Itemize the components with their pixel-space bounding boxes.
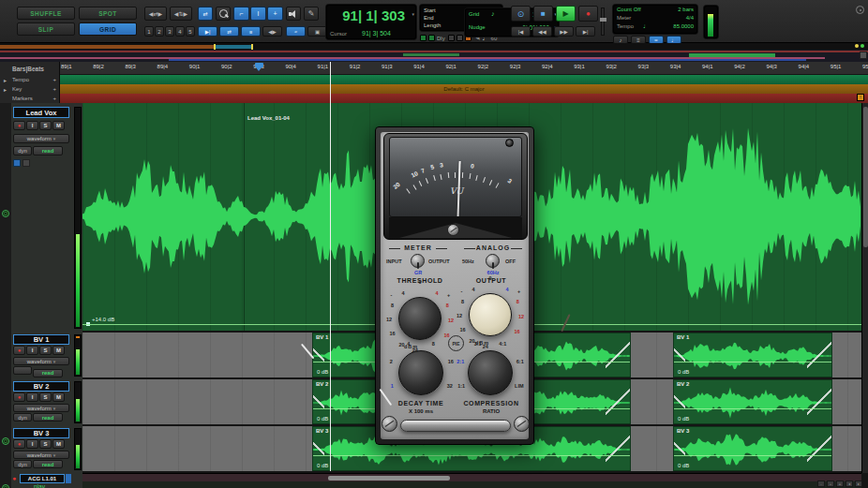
stop-button[interactable]: ■ — [533, 6, 553, 22]
mode-grid-button[interactable]: GRID — [79, 22, 137, 36]
zoom-in-button[interactable]: + — [827, 481, 834, 487]
track-name-lead-vox[interactable]: Lead Vox — [13, 107, 69, 118]
link-timeline-selection-button[interactable]: ⇄ — [219, 26, 239, 37]
fade-out[interactable] — [606, 427, 630, 470]
track-compensation-icon[interactable] — [428, 35, 435, 41]
tempo-ruler-label[interactable]: ▸Tempo+ — [0, 75, 60, 84]
horizontal-scrollbar[interactable] — [82, 473, 861, 481]
input-monitor-button[interactable]: I — [26, 439, 38, 449]
rack-handle[interactable] — [400, 420, 511, 432]
universe-scroll-box[interactable] — [860, 52, 867, 59]
play-button[interactable]: ▶ — [556, 6, 576, 22]
link-track-selection-button[interactable]: ≡ — [241, 26, 261, 37]
key-ruler[interactable]: Default: C major — [60, 84, 868, 94]
main-counter[interactable]: 91| 1| 303 ▾ Cursor 91| 3| 504 — [326, 5, 416, 39]
solo-button[interactable]: S — [39, 392, 52, 402]
clip-effects-icon[interactable] — [456, 35, 463, 41]
zoom-preset-4[interactable]: 4 — [175, 26, 185, 37]
zoomer-tool-button[interactable] — [216, 7, 231, 21]
zoom-sel-button[interactable]: ◂ — [846, 481, 853, 487]
analog-switch[interactable] — [486, 254, 500, 268]
record-enable-button[interactable]: ● — [13, 121, 25, 130]
mode-shuffle-button[interactable]: SHUFFLE — [17, 7, 75, 20]
user-icon[interactable] — [22, 159, 30, 167]
key-ruler-label[interactable]: ▸Key+ — [0, 84, 60, 94]
toolbar-expand-icon[interactable] — [856, 6, 864, 14]
bars-beats-ruler-label[interactable]: Bars|Beats — [0, 62, 60, 75]
track-type-icon-lead[interactable]: O — [2, 210, 9, 217]
automation-mode-button[interactable]: read — [33, 460, 63, 468]
track-view-selector[interactable]: waveform▾ — [13, 404, 69, 412]
pencil-tool-button[interactable]: ✎ — [304, 7, 319, 21]
zoom-preset-2[interactable]: 2 — [155, 26, 164, 37]
automation-mode-button[interactable]: read — [33, 413, 63, 421]
tab-to-transient-button[interactable]: ▶| — [198, 26, 217, 37]
fade-out[interactable] — [807, 427, 831, 470]
zoom-preset-3[interactable]: 3 — [165, 26, 174, 37]
add-tempo-icon[interactable]: + — [52, 77, 56, 82]
go-to-end-button[interactable]: ▶| — [576, 26, 595, 37]
dyn-button[interactable] — [13, 366, 32, 375]
track-view-selector[interactable]: waveform▾ — [13, 451, 69, 459]
mute-button[interactable]: M — [52, 346, 65, 355]
add-key-icon[interactable]: + — [52, 86, 56, 92]
zoom-all-button[interactable]: ▸ — [855, 481, 862, 487]
output-knob[interactable] — [469, 293, 512, 336]
vertical-scroll-thumb[interactable] — [863, 107, 868, 247]
dyn-button[interactable]: dyn — [13, 413, 32, 421]
universe-view[interactable] — [0, 50, 868, 62]
disclosure-icon[interactable]: ▸ — [4, 77, 7, 83]
record-button[interactable]: ● — [578, 6, 598, 22]
automation-mode-button[interactable]: read — [33, 146, 63, 155]
track-name-bv2[interactable]: BV 2 — [13, 381, 69, 392]
horizontal-zoom-buttons[interactable]: ◀⇄▶ — [144, 7, 167, 21]
zoom-preset-1[interactable]: 1 — [144, 26, 154, 37]
track-view-selector[interactable]: waveform▾ — [13, 357, 69, 365]
selector-tool-button[interactable]: I — [250, 7, 266, 21]
audio-zoom-buttons[interactable]: ◀⇅▶ — [170, 7, 192, 21]
record-enable-button[interactable]: ● — [13, 439, 25, 449]
zoom-out-button[interactable]: - — [817, 481, 825, 487]
input-monitor-button[interactable]: I — [26, 392, 38, 402]
zoom-fit-button[interactable]: = — [836, 481, 844, 487]
mute-button[interactable]: M — [52, 392, 65, 402]
warning-icon[interactable]: ! — [857, 94, 864, 101]
automation-mode-button[interactable]: read — [33, 369, 63, 377]
mode-slip-button[interactable]: SLIP — [17, 22, 75, 36]
markers-ruler-label[interactable]: Markers+ — [0, 94, 60, 103]
mute-button[interactable]: M — [52, 439, 65, 449]
track-name-bv3[interactable]: BV 3 — [13, 428, 69, 438]
record-enable-button[interactable]: ● — [12, 475, 16, 481]
fade-out[interactable] — [606, 380, 630, 423]
track-view-selector[interactable]: waveform▾ — [13, 134, 69, 143]
elastic-audio-icon[interactable] — [448, 35, 455, 41]
disclosure-icon[interactable]: ▸ — [4, 86, 7, 93]
mirrored-midi-button[interactable]: ≈ — [286, 26, 306, 37]
volume-automation-line[interactable] — [674, 455, 831, 456]
dyn-button[interactable]: dyn — [13, 146, 32, 155]
decay-time-knob[interactable] — [398, 350, 443, 395]
volume-automation-line[interactable] — [674, 362, 831, 362]
zoom-toggle-button[interactable]: ⇄ — [198, 7, 213, 21]
track-type-icon-bv1[interactable]: O — [2, 437, 9, 445]
zoom-preset-5[interactable]: 5 — [186, 26, 195, 37]
solo-button[interactable]: S — [39, 439, 52, 449]
meter-switch[interactable] — [411, 254, 425, 268]
mode-spot-button[interactable]: SPOT — [79, 7, 137, 20]
pie-compressor-plugin-window[interactable]: VU 201075303 METER ANALOG INPUT OUTPUT G… — [375, 126, 534, 445]
bars-beats-ruler[interactable]: 89|189|289|389|490|190|290|390|491|191|2… — [60, 62, 868, 75]
session-panel[interactable]: Count Off 2 bars Meter 4/4 Tempo ♩ 85.00… — [613, 5, 697, 34]
trim-tool-button[interactable]: ⌐ — [233, 7, 249, 21]
online-button[interactable]: ⊙ — [511, 6, 531, 22]
volume-automation-line[interactable] — [313, 455, 630, 456]
freeze-icon[interactable] — [13, 159, 21, 167]
vertical-scrollbar[interactable] — [861, 103, 868, 473]
counter-dropdown-icon[interactable]: ▾ — [412, 11, 414, 17]
track-type-icon-bv2[interactable]: O — [2, 484, 9, 488]
bv2-clip-b[interactable]: BV 2 0 dB — [673, 379, 832, 424]
input-monitor-button[interactable]: I — [26, 121, 38, 130]
solo-button[interactable]: S — [39, 346, 52, 355]
grabber-tool-button[interactable]: + — [267, 7, 283, 21]
layered-editing-button[interactable]: ▣ — [307, 26, 327, 37]
insertion-follows-playback-button[interactable]: ◀▶ — [262, 26, 282, 37]
